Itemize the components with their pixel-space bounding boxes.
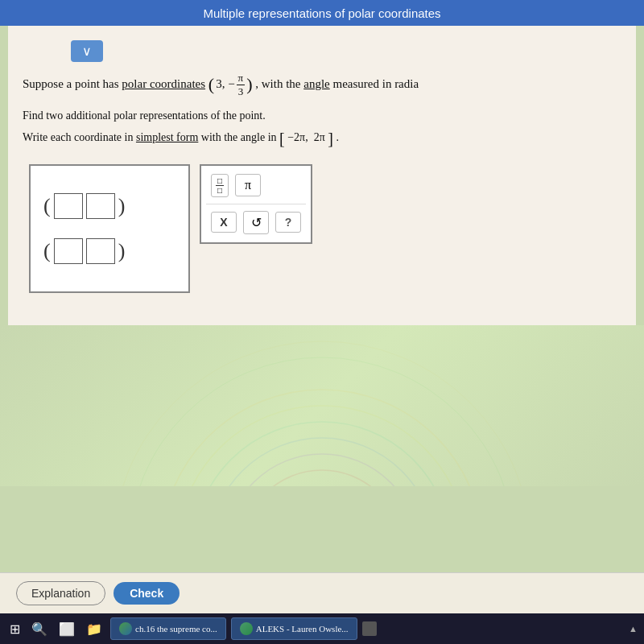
taskbar-extra-icon[interactable]	[362, 621, 377, 636]
taskbar-app2-label: ALEKS - Lauren Owsle...	[256, 624, 349, 634]
explanation-button[interactable]: Explanation	[16, 581, 105, 605]
file-explorer-icon[interactable]: 📁	[83, 620, 105, 638]
simplest-form-link[interactable]: simplest form	[136, 131, 198, 143]
problem-statement: Suppose a point has polar coordinates ( …	[23, 72, 621, 97]
dropdown-button[interactable]: ∨	[71, 40, 103, 62]
coord-row-1: ( )	[43, 193, 175, 219]
coord-row-2: ( )	[43, 238, 175, 264]
aleks-icon	[240, 622, 253, 635]
taskbar: ⊞ 🔍 ⬜ 📁 ch.16 the supreme co... ALEKS - …	[0, 613, 644, 644]
taskbar-app-chrome2[interactable]: ALEKS - Lauren Owsle...	[231, 617, 357, 640]
search-icon[interactable]: 🔍	[28, 620, 51, 638]
svg-point-1	[177, 406, 467, 486]
fraction-pi-3: π 3	[237, 72, 246, 97]
polar-coordinates-link[interactable]: polar coordinates	[122, 77, 205, 90]
answer-area: ( ) ( ) □ □ π	[29, 164, 621, 293]
instructions: Find two additional polar representation…	[23, 107, 621, 151]
svg-point-7	[113, 341, 531, 486]
chrome-icon	[119, 622, 132, 635]
coord2-theta-input[interactable]	[86, 238, 115, 264]
check-button[interactable]: Check	[114, 582, 180, 605]
bottom-bar: Explanation Check	[0, 572, 644, 613]
header-bar: Multiple representations of polar coordi…	[0, 0, 644, 26]
keyboard-row-symbols: □ □ π	[206, 171, 306, 204]
main-content: ∨ Suppose a point has polar coordinates …	[8, 26, 636, 325]
header-title: Multiple representations of polar coordi…	[203, 6, 440, 20]
angle-link[interactable]: angle	[303, 77, 329, 90]
coordinate-input-container: ( ) ( )	[29, 164, 190, 293]
keyboard-row-actions: X ↺ ?	[206, 208, 306, 237]
task-view-icon[interactable]: ⬜	[56, 620, 78, 638]
pi-button[interactable]: π	[235, 174, 261, 196]
fraction-button[interactable]: □ □	[211, 174, 229, 197]
taskbar-right: ▲	[629, 624, 638, 634]
watermark-area	[0, 325, 644, 486]
help-button[interactable]: ?	[275, 212, 301, 233]
undo-button[interactable]: ↺	[243, 211, 269, 234]
coord1-theta-input[interactable]	[86, 193, 115, 219]
svg-point-3	[209, 438, 435, 486]
coord1-r-input[interactable]	[54, 193, 83, 219]
math-expression: ( 3, − π 3 )	[208, 72, 253, 97]
taskbar-app1-label: ch.16 the supreme co...	[135, 624, 217, 634]
coord2-r-input[interactable]	[54, 238, 83, 264]
windows-icon[interactable]: ⊞	[6, 620, 23, 638]
instructions-line2: Write each coordinate in simplest form w…	[23, 126, 621, 151]
clear-button[interactable]: X	[211, 212, 237, 233]
math-keyboard: □ □ π X ↺ ?	[200, 164, 312, 244]
taskbar-app-chrome1[interactable]: ch.16 the supreme co...	[110, 617, 226, 640]
